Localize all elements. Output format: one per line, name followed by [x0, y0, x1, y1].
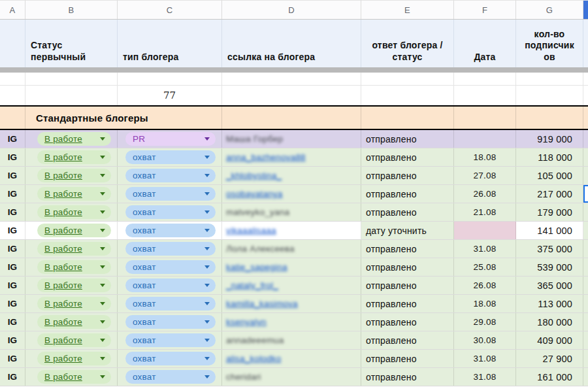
answer-cell[interactable]: отправлено	[361, 240, 454, 258]
status-dropdown[interactable]: В работе	[37, 205, 111, 219]
cell[interactable]	[361, 73, 454, 85]
type-cell[interactable]: PR	[118, 130, 222, 148]
h-column-sliver[interactable]	[583, 277, 588, 294]
subscribers-cell[interactable]: 180 000	[516, 313, 583, 331]
date-cell[interactable]: 21.08	[454, 203, 516, 221]
cell[interactable]	[454, 86, 516, 105]
cell[interactable]	[583, 86, 588, 105]
column-header-c[interactable]: C	[118, 0, 222, 19]
cell[interactable]	[0, 73, 25, 85]
type-dropdown[interactable]: охват	[125, 370, 216, 384]
subscribers-cell[interactable]: 27 900	[516, 350, 583, 367]
platform-cell[interactable]: IG	[0, 240, 25, 258]
header-cell-answer[interactable]: ответ блогера / статус	[361, 20, 454, 67]
platform-cell[interactable]: IG	[0, 313, 25, 331]
h-column-sliver[interactable]	[583, 295, 588, 312]
type-dropdown[interactable]: охват	[125, 260, 216, 274]
cell[interactable]	[361, 107, 454, 129]
type-cell[interactable]: охват	[118, 148, 222, 166]
header-cell-h-sliver[interactable]	[583, 20, 588, 67]
platform-cell[interactable]: IG	[0, 277, 25, 294]
blogger-link[interactable]: alisa_kolodko	[222, 354, 281, 363]
h-column-sliver[interactable]	[583, 331, 588, 349]
cell[interactable]	[454, 73, 516, 85]
answer-cell[interactable]: дату уточнить	[361, 222, 454, 239]
status-cell[interactable]: В работе	[25, 130, 118, 148]
blogger-link[interactable]: ksenyalyn	[222, 317, 267, 327]
date-cell[interactable]	[454, 130, 516, 148]
type-dropdown[interactable]: PR	[125, 132, 216, 146]
type-dropdown[interactable]: охват	[125, 205, 216, 219]
blogger-cell[interactable]: kamilla_kasimova	[222, 295, 361, 312]
date-cell[interactable]: 18.08	[454, 295, 516, 312]
subscribers-cell[interactable]: 141 000	[516, 222, 583, 239]
platform-cell[interactable]: IG	[0, 295, 25, 312]
blogger-cell[interactable]: osobayatanya	[222, 185, 361, 203]
h-column-sliver[interactable]	[583, 240, 588, 258]
subscribers-cell[interactable]: 375 000	[516, 240, 583, 258]
column-header-b[interactable]: B	[25, 0, 118, 19]
status-dropdown[interactable]: В работе	[37, 187, 111, 201]
status-dropdown[interactable]: В работе	[37, 132, 111, 146]
platform-cell[interactable]: IG	[0, 331, 25, 349]
blogger-cell[interactable]: _khlobystina_	[222, 167, 361, 184]
type-dropdown[interactable]: охват	[125, 333, 216, 347]
blogger-link[interactable]: vikaaalisaaa	[222, 226, 276, 235]
status-dropdown[interactable]: В работе	[37, 297, 111, 311]
date-cell[interactable]: 26.08	[454, 277, 516, 294]
answer-cell[interactable]: отправлено	[361, 331, 454, 349]
column-header-e[interactable]: E	[361, 0, 454, 19]
type-cell[interactable]: охват	[118, 331, 222, 349]
type-dropdown[interactable]: охват	[125, 297, 216, 311]
type-dropdown[interactable]: охват	[125, 352, 216, 365]
subscribers-cell[interactable]: 217 000	[516, 185, 583, 203]
date-cell[interactable]: 29.08	[454, 313, 516, 331]
frozen-row-divider[interactable]	[0, 67, 588, 73]
platform-cell[interactable]: IG	[0, 148, 25, 166]
subscribers-cell[interactable]: 365 000	[516, 277, 583, 294]
answer-cell[interactable]: отправлено	[361, 277, 454, 294]
status-dropdown[interactable]: В работе	[37, 224, 111, 237]
type-cell[interactable]: охват	[118, 167, 222, 184]
status-dropdown[interactable]: В работе	[37, 260, 111, 274]
column-header-a[interactable]: A	[0, 0, 25, 19]
blogger-link[interactable]: anna_bazhenova88	[222, 152, 306, 162]
type-dropdown[interactable]: охват	[125, 224, 216, 237]
blogger-cell[interactable]: vikaaalisaaa	[222, 222, 361, 239]
date-cell[interactable]: 31.08	[454, 368, 516, 386]
type-cell[interactable]: охват	[118, 350, 222, 367]
cell[interactable]	[222, 73, 361, 85]
type-dropdown[interactable]: охват	[125, 187, 216, 201]
subscribers-cell[interactable]: 113 000	[516, 295, 583, 312]
type-cell[interactable]: охват	[118, 240, 222, 258]
type-cell[interactable]: охват	[118, 185, 222, 203]
header-cell-a[interactable]	[0, 20, 25, 67]
answer-cell[interactable]: отправлено	[361, 350, 454, 367]
type-cell[interactable]: охват	[118, 203, 222, 221]
cell[interactable]	[361, 86, 454, 105]
blogger-cell[interactable]: _nataly_frol_	[222, 277, 361, 294]
status-cell[interactable]: В работе	[25, 240, 118, 258]
status-cell[interactable]: В работе	[25, 258, 118, 276]
blogger-link[interactable]: osobayatanya	[222, 189, 282, 199]
type-cell[interactable]: охват	[118, 295, 222, 312]
cell[interactable]	[516, 107, 583, 129]
blogger-cell[interactable]: Лола Алексеева	[222, 240, 361, 258]
answer-cell[interactable]: отправлено	[361, 148, 454, 166]
blogger-link[interactable]: _khlobystina_	[222, 171, 282, 180]
subscribers-cell[interactable]: 409 000	[516, 331, 583, 349]
header-cell-subscribers[interactable]: кол-во подписчик ов	[516, 20, 583, 67]
h-column-sliver[interactable]	[583, 203, 588, 221]
platform-cell[interactable]: IG	[0, 258, 25, 276]
cell[interactable]	[583, 107, 588, 129]
date-cell[interactable]: 30.08	[454, 331, 516, 349]
header-cell-status[interactable]: Статус первычный	[25, 20, 118, 67]
h-column-sliver[interactable]	[583, 313, 588, 331]
answer-cell[interactable]: отправлено	[361, 258, 454, 276]
type-cell[interactable]: охват	[118, 222, 222, 239]
column-header-h-sliver[interactable]	[583, 0, 588, 19]
h-column-sliver[interactable]	[583, 185, 588, 203]
status-cell[interactable]: В работе	[25, 222, 118, 239]
header-cell-link[interactable]: ссылка на блогера	[222, 20, 361, 67]
subscribers-cell[interactable]: 161 000	[516, 368, 583, 386]
